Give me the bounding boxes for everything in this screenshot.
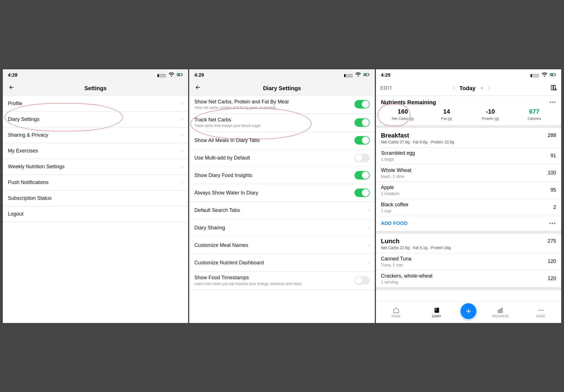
dropdown-caret-icon[interactable]: ▼	[480, 86, 483, 90]
more-icon[interactable]: •••	[550, 100, 556, 105]
settings-row[interactable]: Show Net Carbs, Protein and Fat By MealV…	[189, 96, 374, 114]
nutrients-remaining: Nutrients Remaining ••• 160Net Carbs (g)…	[376, 96, 561, 128]
battery-icon	[363, 72, 370, 79]
edit-button[interactable]: EDIT	[380, 85, 393, 91]
food-row[interactable]: Canned TunaTuna, 1 can120	[376, 253, 561, 270]
food-name: Whole Wheat	[381, 167, 411, 173]
nutrient-cell: 160Net Carbs (g)	[381, 108, 425, 121]
meal-name: Breakfast	[381, 132, 409, 139]
settings-row[interactable]: Weekly Nutrition Settings›	[3, 159, 188, 175]
settings-row[interactable]: Use Multi-add by Default	[189, 149, 374, 167]
chevron-right-icon: ›	[368, 207, 370, 213]
meal-header[interactable]: Breakfast288Net Carbs 37.8g · Fat 8.6g ·…	[376, 128, 561, 147]
nutrient-label: Protein (g)	[468, 116, 512, 121]
meal-calories: 288	[548, 132, 556, 138]
nutrient-value: 160	[381, 108, 425, 115]
wifi-icon	[355, 72, 361, 79]
toggle[interactable]	[354, 189, 370, 197]
svg-rect-15	[500, 309, 501, 313]
dots-icon	[537, 307, 544, 314]
settings-row[interactable]: Customize Meal Names›	[189, 237, 374, 254]
toggle[interactable]	[354, 154, 370, 162]
food-calories: 91	[550, 153, 556, 159]
book-icon	[433, 307, 440, 314]
settings-row[interactable]: Diary Settings›	[3, 112, 188, 127]
food-row[interactable]: Crackers, whole-wheat1 serving120	[376, 270, 561, 287]
settings-row[interactable]: Track Net CarbsTrack carbs that impact y…	[189, 114, 374, 132]
food-serving: 1 large	[381, 157, 415, 161]
back-button[interactable]	[194, 84, 202, 92]
nutrition-icon[interactable]	[550, 85, 557, 92]
clock-time: 4:29	[194, 72, 204, 78]
status-bar: 4:29 ▮▯▯▯	[376, 69, 561, 81]
settings-row[interactable]: Customize Nutrient Dashboard›	[189, 254, 374, 272]
toggle[interactable]	[354, 118, 370, 127]
nutrient-value: 14	[425, 108, 468, 115]
nutrient-label: Calories	[512, 116, 556, 121]
clock-time: 4:28	[8, 72, 17, 78]
back-button[interactable]	[7, 84, 16, 92]
tab-label: MORE	[536, 315, 545, 318]
date-picker[interactable]: 〈 Today ▼ 〉	[397, 85, 545, 92]
food-row[interactable]: Whole Wheattoast, 1 slice100	[376, 165, 561, 182]
chevron-right-icon[interactable]: 〉	[488, 85, 492, 91]
diary-body: Breakfast288Net Carbs 37.8g · Fat 8.6g ·…	[376, 128, 561, 302]
meal-name: Lunch	[381, 238, 400, 245]
svg-rect-13	[436, 308, 436, 310]
food-name: Black coffee	[381, 202, 409, 208]
chevron-left-icon[interactable]: 〈	[450, 85, 455, 91]
food-serving: 1 serving	[381, 280, 433, 284]
row-label: Track Net Carbs	[194, 117, 351, 123]
nutrient-label: Net Carbs (g)	[381, 116, 425, 121]
settings-row[interactable]: Show Diary Food Insights	[189, 167, 374, 184]
tab-progress[interactable]: PROGRESS	[484, 307, 517, 318]
food-row[interactable]: Scrambled egg1 large91	[376, 147, 561, 165]
settings-row[interactable]: Show Food TimestampsLearn how when you e…	[189, 272, 374, 290]
nutrient-cell: 14Fat (g)	[425, 108, 468, 121]
food-name: Apple	[381, 185, 400, 191]
svg-rect-8	[555, 74, 556, 75]
add-fab[interactable]: +	[461, 303, 476, 319]
clock-time: 4:29	[381, 72, 391, 78]
svg-rect-12	[435, 308, 439, 313]
nutrient-cell: -10Protein (g)	[468, 108, 512, 121]
row-label: My Exercises	[8, 148, 38, 154]
row-label: Show Diary Food Insights	[194, 172, 351, 179]
row-label: Customize Meal Names	[194, 242, 364, 249]
food-name: Scrambled egg	[381, 150, 415, 156]
meal-section: Lunch275Net Carbs 22.6g · Fat 5.1g · Pro…	[376, 234, 561, 290]
toggle[interactable]	[354, 276, 370, 285]
tab-diary[interactable]: DIARY	[420, 307, 453, 318]
settings-row[interactable]: Always Show Water In Diary	[189, 184, 374, 202]
food-serving: toast, 1 slice	[381, 174, 411, 179]
chevron-right-icon: ›	[368, 225, 370, 231]
tab-home[interactable]: HOME	[379, 307, 413, 318]
settings-row[interactable]: Subscription Status	[3, 191, 188, 206]
add-food-button[interactable]: ADD FOOD•••	[376, 216, 561, 231]
nav-header: Diary Settings	[189, 81, 374, 96]
settings-row[interactable]: My Exercises›	[3, 143, 188, 159]
food-row[interactable]: Black coffee1 cup2	[376, 199, 561, 216]
toggle[interactable]	[354, 171, 370, 180]
row-label: Use Multi-add by Default	[194, 155, 351, 161]
toggle[interactable]	[354, 100, 370, 108]
food-calories: 95	[550, 187, 556, 193]
settings-row[interactable]: Logout	[3, 206, 188, 222]
toggle[interactable]	[354, 136, 370, 145]
screen-diary-settings: 4:29 ▮▯▯▯ Diary Settings Show Net Carbs,…	[189, 69, 374, 323]
food-row[interactable]: Apple1 medium95	[376, 182, 561, 199]
tab-bar: HOMEDIARY+PROGRESSMORE	[376, 302, 561, 323]
nutrient-cell: 677Calories	[512, 108, 556, 121]
settings-row[interactable]: Push Notifications›	[3, 175, 188, 191]
settings-row[interactable]: Show All Meals In Diary Tabs	[189, 132, 374, 149]
row-label: Diary Settings	[8, 116, 39, 122]
settings-row[interactable]: Profile›	[3, 96, 188, 112]
food-serving: 1 medium	[381, 191, 400, 196]
settings-row[interactable]: Default Search Tabs›	[189, 202, 374, 219]
settings-row[interactable]: Diary Sharing›	[189, 219, 374, 237]
more-icon[interactable]: •••	[549, 221, 556, 226]
meal-header[interactable]: Lunch275Net Carbs 22.6g · Fat 5.1g · Pro…	[376, 234, 561, 253]
tab-more[interactable]: MORE	[524, 307, 558, 318]
tab-label: DIARY	[432, 315, 441, 318]
settings-row[interactable]: Sharing & Privacy›	[3, 127, 188, 143]
